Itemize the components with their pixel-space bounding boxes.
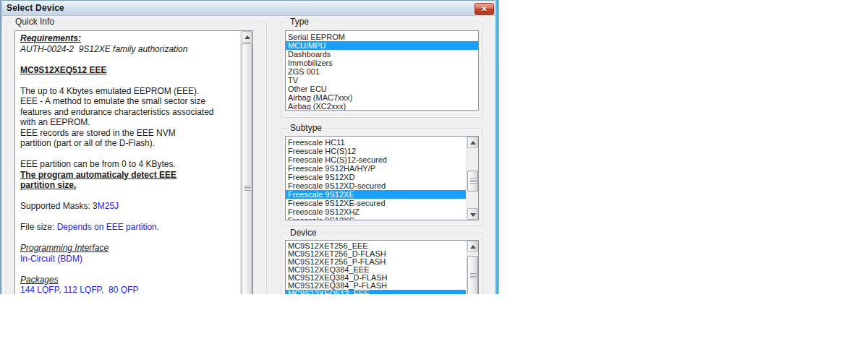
quick-info-panel[interactable]: Requirements:AUTH-0024-2 9S12XE family a… — [14, 30, 253, 294]
thumb-grip-icon — [470, 273, 477, 278]
quick-info-line — [20, 54, 238, 65]
arrow-up-icon — [244, 35, 250, 39]
quick-info-line: File size: Depends on EEE partition. — [20, 222, 238, 233]
scroll-up-button[interactable] — [467, 241, 478, 252]
quick-info-line — [20, 191, 238, 202]
text-run: MC9S12XEQ512 EEE — [20, 65, 106, 75]
text-run: Packages — [20, 275, 59, 285]
text-run: Supported Masks: 3 — [20, 201, 98, 211]
quick-info-line — [20, 149, 238, 160]
list-item[interactable]: Freescale 9S12XE-secured — [286, 199, 466, 207]
scroll-up-button[interactable] — [467, 137, 478, 148]
list-item[interactable]: MC9S12XEQ512_EEE — [286, 290, 466, 294]
subtype-list[interactable]: Freescale HC11Freescale HC(S)12Freescale… — [285, 136, 479, 220]
list-item[interactable]: Airbag (XC2xxx) — [286, 102, 478, 111]
text-run: In-Circuit (BDM) — [20, 254, 82, 264]
quick-info-line: with an EEPROM. — [20, 117, 238, 128]
list-item[interactable]: Airbag (MAC7xxx) — [286, 93, 478, 102]
thumb-grip-icon — [244, 186, 251, 191]
list-item[interactable]: Freescale 9S12XHZ — [286, 207, 466, 216]
quick-info-line — [20, 212, 238, 223]
list-item[interactable]: Freescale 9S12XD-secured — [286, 181, 466, 190]
quick-info-text: Requirements:AUTH-0024-2 9S12XE family a… — [15, 31, 241, 294]
quick-info-line: partition (part or all of the D-Flash). — [20, 138, 238, 149]
quick-info-line: EEE records are stored in the EEE NVM — [20, 128, 238, 139]
list-item[interactable]: MCU/MPU — [286, 41, 478, 50]
list-item[interactable]: Serial EEPROM — [286, 33, 478, 41]
subtype-scrollbar[interactable] — [466, 137, 478, 220]
list-item[interactable]: Freescale HC(S)12-secured — [286, 155, 466, 164]
title-bar[interactable]: Select Device ✕ — [0, 0, 499, 16]
quick-info-line: The up to 4 Kbytes emulated EEPROM (EEE)… — [20, 86, 238, 97]
quick-info-line: Supported Masks: 3M25J — [20, 201, 238, 212]
text-run: AUTH-0024-2 9S12XE family authorization — [20, 44, 187, 54]
list-item[interactable]: MC9S12XEQ384_EEE — [286, 266, 466, 274]
quick-info-line: partition size. — [20, 180, 238, 191]
select-device-dialog: Select Device ✕ Quick Info Requirements:… — [0, 0, 499, 294]
quick-info-line: Packages — [20, 275, 238, 285]
text-run: Programming Interface — [20, 243, 109, 253]
window-border-left — [0, 0, 2, 294]
scroll-up-button[interactable] — [242, 31, 252, 43]
text-run: File size: — [20, 222, 57, 232]
device-list-rows: MC9S12XET256_EEEMC9S12XET256_D-FLASHMC9S… — [286, 242, 466, 294]
quick-info-group-label: Quick Info — [12, 17, 57, 27]
close-button[interactable]: ✕ — [475, 3, 494, 15]
list-item[interactable]: MC9S12XET256_P-FLASH — [286, 258, 466, 266]
list-item[interactable]: ZGS 001 — [286, 67, 478, 76]
list-item[interactable]: Dashboards — [286, 50, 478, 59]
arrow-up-icon — [470, 141, 476, 145]
list-item[interactable]: TV — [286, 76, 478, 85]
thumb-grip-icon — [470, 178, 477, 184]
window-title: Select Device — [7, 3, 64, 13]
quick-info-line — [20, 75, 238, 86]
text-run: EEE records are stored in the EEE NVM — [20, 128, 176, 138]
quick-info-scrollbar[interactable] — [240, 31, 252, 294]
text-run: with an EEPROM. — [20, 117, 90, 127]
quick-info-line: The program automaticaly detect EEE — [20, 170, 238, 181]
list-item[interactable]: Other ECU — [286, 85, 478, 93]
quick-info-line: MC9S12XEQ512 EEE — [20, 65, 238, 76]
list-item[interactable]: Freescale 9S12XE — [286, 190, 466, 199]
text-run: partition size. — [20, 180, 76, 190]
list-item[interactable]: Freescale 9S12XS — [286, 216, 466, 220]
text-run: The up to 4 Kbytes emulated EEPROM (EEE)… — [20, 86, 199, 96]
list-item[interactable]: MC9S12XEQ384_P-FLASH — [286, 282, 466, 290]
text-run: M25J — [98, 201, 119, 211]
quick-info-line: Programming Interface — [20, 243, 238, 254]
quick-info-line: features and endurance characteristics a… — [20, 107, 238, 118]
text-run: features and endurance characteristics a… — [20, 107, 214, 117]
arrow-up-icon — [470, 245, 476, 249]
quick-info-line: In-Circuit (BDM) — [20, 254, 238, 264]
quick-info-line: EEE - A method to emulate the small sect… — [20, 96, 238, 107]
list-item[interactable]: Freescale HC11 — [286, 138, 466, 147]
text-run: The program automaticaly detect EEE — [20, 170, 176, 180]
text-run: Depends on EEE partition. — [57, 222, 159, 232]
quick-info-line: Requirements: — [20, 33, 238, 44]
list-item[interactable]: Freescale 9S12XD — [286, 173, 466, 181]
device-list[interactable]: MC9S12XET256_EEEMC9S12XET256_D-FLASHMC9S… — [285, 240, 479, 294]
device-scrollbar[interactable] — [466, 241, 478, 294]
text-run: Requirements: — [20, 33, 81, 43]
list-item[interactable]: MC9S12XET256_D-FLASH — [286, 250, 466, 258]
scroll-thumb[interactable] — [467, 171, 478, 192]
text-run: partition (part or all of the D-Flash). — [20, 138, 155, 148]
text-run: EEE partition can be from 0 to 4 KBytes. — [20, 159, 176, 169]
subtype-group-label: Subtype — [287, 123, 325, 133]
list-item[interactable]: MC9S12XET256_EEE — [286, 242, 466, 250]
type-group-label: Type — [287, 17, 312, 27]
quick-info-line: 144 LQFP, 112 LQFP, 80 QFP — [20, 285, 238, 294]
list-item[interactable]: MC9S12XEQ384_D-FLASH — [286, 274, 466, 282]
quick-info-line — [20, 233, 238, 244]
scroll-thumb[interactable] — [467, 256, 478, 294]
arrow-down-icon — [470, 213, 476, 217]
desktop-canvas: Select Device ✕ Quick Info Requirements:… — [0, 0, 868, 357]
list-item[interactable]: Freescale HC(S)12 — [286, 147, 466, 155]
list-item[interactable]: Immobilizers — [286, 59, 478, 67]
text-run: EEE - A method to emulate the small sect… — [20, 96, 205, 106]
list-item[interactable]: Freescale 9S12HA/HY/P — [286, 164, 466, 173]
scroll-thumb[interactable] — [242, 43, 252, 294]
scroll-down-button[interactable] — [467, 208, 478, 220]
type-list[interactable]: Serial EEPROMMCU/MPUDashboardsImmobilize… — [285, 30, 479, 111]
window-border-right — [495, 0, 499, 294]
